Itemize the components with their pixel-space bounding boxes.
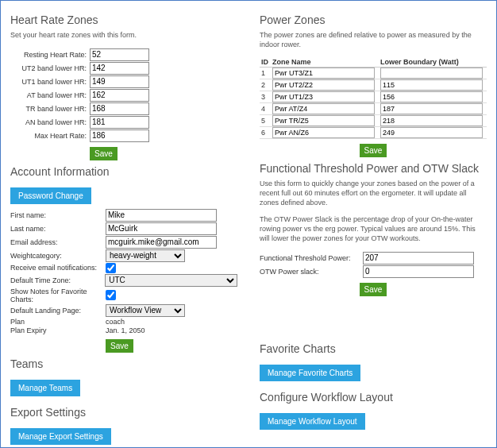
password-change-button[interactable]: Password Change	[10, 187, 91, 204]
pz-head-id: ID	[260, 57, 271, 68]
acc-landing-label: Default Landing Page:	[10, 307, 106, 315]
pz-desc: The power zones are defined relative to …	[260, 31, 487, 49]
hr-input-tr[interactable]	[90, 102, 149, 115]
acc-first-name-label: First name:	[10, 211, 106, 219]
manage-teams-button[interactable]: Manage Teams	[10, 380, 80, 396]
last-name-input[interactable]	[106, 222, 217, 235]
pz-lb-1[interactable]	[380, 79, 483, 91]
acc-recv-email-label: Receive email notifications:	[10, 264, 106, 272]
acc-notes-fav-label: Show Notes for Favorite Charts:	[10, 288, 106, 303]
landing-select[interactable]: Workflow View	[106, 304, 185, 317]
pz-title: Power Zones	[260, 14, 487, 26]
ftp-input[interactable]	[363, 252, 474, 265]
pz-name-4[interactable]	[272, 115, 375, 126]
pz-save-button[interactable]: Save	[360, 144, 387, 157]
hr-label-6: Max Heart Rate:	[10, 132, 90, 140]
pz-name-1[interactable]	[272, 79, 375, 91]
manage-fav-button[interactable]: Manage Favorite Charts	[260, 365, 360, 381]
hr-label-1: UT2 band lower HR:	[10, 64, 90, 72]
pz-name-3[interactable]	[272, 103, 375, 114]
hr-title: Heart Rate Zones	[10, 14, 237, 26]
weightcat-select[interactable]: heavy-weight	[106, 249, 185, 262]
pz-lb-2[interactable]	[380, 91, 483, 102]
pz-lb-4[interactable]	[380, 115, 483, 126]
tz-select[interactable]: UTC	[105, 274, 237, 287]
export-title: Export Settings	[10, 406, 237, 419]
hr-input-ut2[interactable]	[90, 62, 149, 75]
pz-lb-0[interactable]	[380, 68, 483, 79]
pz-row: 3	[260, 91, 487, 103]
acc-plan-exp-label: Plan Expiry	[10, 326, 106, 334]
pz-row: 2	[260, 79, 487, 91]
account-save-button[interactable]: Save	[106, 339, 133, 353]
pz-head-lb: Lower Boundary (Watt)	[379, 57, 487, 68]
acc-plan-val: coach	[106, 318, 125, 326]
pz-table: ID Zone Name Lower Boundary (Watt) 1 2 3…	[260, 57, 487, 139]
hr-input-max[interactable]	[90, 129, 149, 142]
slack-label: OTW Power slack:	[260, 268, 363, 276]
first-name-input[interactable]	[106, 209, 217, 222]
hr-label-2: UT1 band lower HR:	[10, 78, 90, 86]
acc-email-label: Email address:	[10, 238, 106, 246]
ftp-desc1: Use this form to quickly change your zon…	[260, 180, 487, 207]
email-input[interactable]	[106, 236, 217, 249]
account-form: First name: Last name: Email address: We…	[10, 209, 237, 334]
acc-plan-label: Plan	[10, 318, 106, 326]
notes-fav-checkbox[interactable]	[106, 290, 116, 300]
hr-desc: Set your heart rate zones with this form…	[10, 31, 237, 41]
ftp-save-button[interactable]: Save	[360, 283, 387, 296]
manage-export-button[interactable]: Manage Export Settings	[10, 428, 111, 445]
pz-name-0[interactable]	[272, 68, 375, 79]
hr-label-5: AN band lower HR:	[10, 118, 90, 126]
pz-lb-3[interactable]	[380, 103, 483, 114]
hr-label-0: Resting Heart Rate:	[10, 51, 90, 59]
pz-name-2[interactable]	[272, 91, 375, 102]
ftp-desc2: The OTW Power Slack is the percentage dr…	[260, 215, 487, 243]
acc-tz-label: Default Time Zone:	[10, 276, 105, 284]
teams-title: Teams	[10, 357, 237, 370]
hr-label-4: TR band lower HR:	[10, 105, 90, 113]
manage-workflow-button[interactable]: Manage Workflow Layout	[260, 413, 365, 430]
hr-input-at[interactable]	[90, 89, 149, 102]
pz-row: 6	[260, 127, 487, 139]
acc-last-name-label: Last name:	[10, 225, 106, 233]
fav-title: Favorite Charts	[260, 342, 487, 355]
hr-save-button[interactable]: Save	[90, 147, 118, 160]
hr-input-an[interactable]	[90, 116, 149, 129]
pz-row: 1	[260, 68, 487, 79]
hr-input-resting[interactable]	[90, 48, 149, 61]
ftp-label: Functional Threshold Power:	[260, 254, 363, 262]
workflow-title: Configure Workflow Layout	[260, 391, 487, 404]
pz-row: 5	[260, 115, 487, 127]
slack-input[interactable]	[363, 265, 474, 278]
hr-form: Resting Heart Rate: UT2 band lower HR: U…	[10, 48, 237, 142]
acc-plan-exp-val: Jan. 1, 2050	[106, 326, 145, 334]
recv-email-checkbox[interactable]	[106, 263, 116, 273]
pz-name-5[interactable]	[272, 127, 375, 138]
acc-weightcat-label: Weightcategory:	[10, 252, 106, 260]
account-title: Account Information	[10, 165, 237, 178]
hr-label-3: AT band lower HR:	[10, 91, 90, 99]
ftp-title: Functional Threshold Power and OTW Slack	[260, 162, 487, 175]
pz-lb-5[interactable]	[380, 127, 483, 138]
pz-row: 4	[260, 103, 487, 115]
pz-head-name: Zone Name	[271, 57, 379, 68]
hr-input-ut1[interactable]	[90, 75, 149, 88]
